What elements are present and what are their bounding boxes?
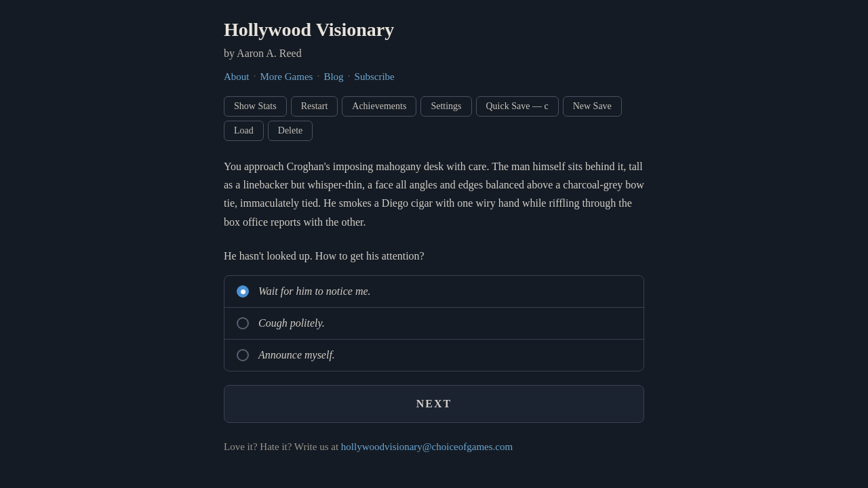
- game-title: Hollywood Visionary: [224, 19, 644, 41]
- footer-prefix: Love it? Hate it? Write us at: [224, 441, 341, 452]
- toolbar-btn-quick-save--c[interactable]: Quick Save — c: [476, 96, 559, 117]
- nav-links: About · More Games · Blog · Subscribe: [224, 70, 644, 83]
- choice-item-1[interactable]: Cough politely.: [224, 308, 644, 340]
- footer-email[interactable]: hollywoodvisionary@choiceofgames.com: [341, 441, 513, 452]
- toolbar-btn-restart[interactable]: Restart: [291, 96, 338, 117]
- next-button[interactable]: NEXT: [224, 385, 644, 423]
- nav-sep-3: ·: [348, 70, 351, 83]
- nav-sep-2: ·: [317, 70, 319, 83]
- toolbar-btn-achievements[interactable]: Achievements: [342, 96, 416, 117]
- toolbar-btn-load[interactable]: Load: [224, 121, 264, 141]
- nav-blog[interactable]: Blog: [323, 71, 343, 83]
- choice-item-2[interactable]: Announce myself.: [224, 340, 644, 371]
- radio-btn-1: [237, 317, 249, 329]
- nav-sep-1: ·: [254, 70, 256, 83]
- radio-btn-0: [237, 285, 249, 298]
- choice-label-1: Cough politely.: [258, 317, 325, 329]
- choice-item-0[interactable]: Wait for him to notice me.: [224, 276, 644, 308]
- toolbar-btn-new-save[interactable]: New Save: [563, 96, 622, 117]
- toolbar-btn-delete[interactable]: Delete: [268, 121, 313, 141]
- choices-container: Wait for him to notice me.Cough politely…: [224, 275, 644, 371]
- nav-more-games[interactable]: More Games: [260, 71, 313, 83]
- radio-btn-2: [237, 349, 249, 361]
- story-paragraph: You approach Croghan's imposing mahogany…: [224, 157, 644, 231]
- author-byline: by Aaron A. Reed: [224, 47, 644, 60]
- choice-label-2: Announce myself.: [258, 349, 335, 361]
- toolbar-btn-settings[interactable]: Settings: [420, 96, 471, 117]
- footer-text: Love it? Hate it? Write us at hollywoodv…: [224, 439, 644, 455]
- toolbar: Show StatsRestartAchievementsSettingsQui…: [224, 96, 644, 141]
- story-prompt: He hasn't looked up. How to get his atte…: [224, 247, 644, 265]
- nav-subscribe[interactable]: Subscribe: [355, 71, 395, 83]
- toolbar-btn-show-stats[interactable]: Show Stats: [224, 96, 287, 117]
- choice-label-0: Wait for him to notice me.: [258, 285, 371, 298]
- nav-about[interactable]: About: [224, 71, 250, 83]
